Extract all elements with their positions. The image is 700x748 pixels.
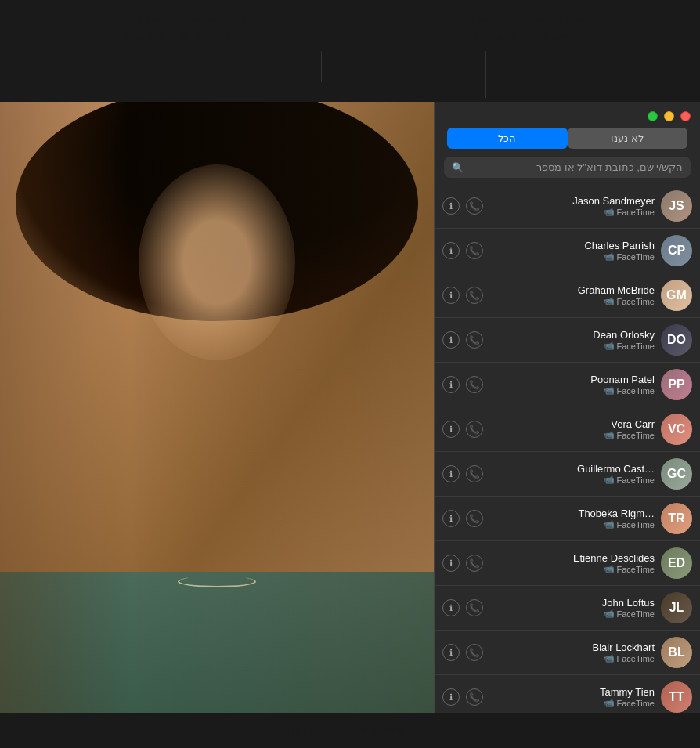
contact-type: 📹 FaceTime [489, 653, 655, 663]
tab-all[interactable]: הכל [447, 128, 568, 149]
contact-row[interactable]: ℹ 📞 Dean Orlosky 📹 FaceTime DO [435, 318, 700, 363]
tab-missed[interactable]: לא נענו [568, 128, 688, 149]
contact-row[interactable]: ℹ 📞 Jason Sandmeyer 📹 FaceTime JS [435, 184, 700, 229]
main-container: הכל לא נענו 🔍 הקש/י שם, כתובת דוא"ל או מ… [0, 102, 700, 713]
info-icon[interactable]: ℹ [442, 376, 460, 393]
close-button[interactable] [680, 111, 691, 121]
contact-type: 📹 FaceTime [489, 564, 655, 574]
contact-actions: ℹ 📞 [442, 331, 483, 349]
call-icon[interactable]: 📞 [466, 331, 483, 349]
contact-name: Tammy Tien [489, 686, 655, 698]
contact-row[interactable]: ℹ 📞 Blair Lockhart 📹 FaceTime BL [435, 631, 700, 675]
call-icon[interactable]: 📞 [466, 376, 483, 393]
call-icon[interactable]: 📞 [466, 510, 483, 527]
contact-row[interactable]: ℹ 📞 Tammy Tien 📹 FaceTime TT [435, 675, 700, 713]
contact-actions: ℹ 📞 [442, 688, 483, 706]
contact-name: Thobeka Rigm… [489, 508, 655, 519]
contact-row[interactable]: ℹ 📞 Guillermo Cast… 📹 FaceTime GC [435, 452, 700, 497]
contact-type: 📹 FaceTime [489, 251, 655, 262]
contact-row[interactable]: ℹ 📞 Charles Parrish 📹 FaceTime CP [435, 229, 700, 273]
annotation-right: הצג/י את יומן השיחות או את השיחות שלך של… [447, 8, 604, 45]
minimize-button[interactable] [664, 111, 674, 121]
contact-type: 📹 FaceTime [489, 341, 655, 351]
window-controls [435, 102, 700, 128]
annotation-left: חפש/י את יומן השיחות או הקש/י או הקשי פר… [97, 8, 254, 45]
call-icon[interactable]: 📞 [466, 465, 483, 482]
avatar: TT [661, 681, 692, 713]
contact-name: John Loftus [489, 597, 655, 609]
contact-type: 📹 FaceTime [489, 519, 655, 529]
avatar: JS [661, 190, 692, 222]
tab-bar: הכל לא נענו [435, 128, 700, 157]
contact-actions: ℹ 📞 [442, 510, 483, 527]
contact-type: 📹 FaceTime [489, 609, 655, 619]
contact-info: Charles Parrish 📹 FaceTime [489, 240, 655, 262]
info-icon[interactable]: ℹ [442, 465, 460, 482]
contact-name: Guillermo Cast… [489, 463, 655, 475]
contact-info: Thobeka Rigm… 📹 FaceTime [489, 508, 655, 529]
contact-info: Tammy Tien 📹 FaceTime [489, 686, 655, 708]
contact-actions: ℹ 📞 [442, 421, 483, 438]
search-input[interactable]: הקש/י שם, כתובת דוא"ל או מספר [468, 161, 683, 173]
avatar: GM [661, 280, 692, 311]
avatar: CP [661, 235, 692, 266]
contact-row[interactable]: ℹ 📞 John Loftus 📹 FaceTime JL [435, 586, 700, 631]
facetime-icon: 📹 [604, 653, 615, 663]
call-icon[interactable]: 📞 [466, 242, 483, 259]
contact-actions: ℹ 📞 [442, 287, 483, 304]
info-icon[interactable]: ℹ [442, 599, 460, 616]
maximize-button[interactable] [648, 111, 658, 121]
search-icon: 🔍 [452, 162, 464, 173]
search-bar[interactable]: 🔍 הקש/י שם, כתובת דוא"ל או מספר [444, 157, 691, 178]
info-icon[interactable]: ℹ [442, 331, 460, 349]
contact-row[interactable]: ℹ 📞 Vera Carr 📹 FaceTime VC [435, 407, 700, 452]
person-silhouette [0, 102, 434, 713]
contact-info: Jason Sandmeyer 📹 FaceTime [489, 195, 655, 217]
facetime-icon: 📹 [604, 430, 615, 440]
info-icon[interactable]: ℹ [442, 197, 460, 215]
info-icon[interactable]: ℹ [442, 510, 460, 527]
info-icon[interactable]: ℹ [442, 688, 460, 706]
contact-row[interactable]: ℹ 📞 Graham McBride 📹 FaceTime GM [435, 273, 700, 318]
info-icon[interactable]: ℹ [442, 644, 460, 661]
contact-info: Guillermo Cast… 📹 FaceTime [489, 463, 655, 485]
contact-actions: ℹ 📞 [442, 465, 483, 482]
call-icon[interactable]: 📞 [466, 555, 483, 572]
contact-type: 📹 FaceTime [489, 385, 655, 396]
contact-actions: ℹ 📞 [442, 555, 483, 572]
contact-name: Charles Parrish [489, 240, 655, 251]
contact-name: Jason Sandmeyer [489, 195, 655, 207]
info-icon[interactable]: ℹ [442, 421, 460, 438]
call-icon[interactable]: 📞 [466, 197, 483, 215]
sidebar: הכל לא נענו 🔍 הקש/י שם, כתובת דוא"ל או מ… [434, 102, 700, 713]
info-icon[interactable]: ℹ [442, 242, 460, 259]
contact-info: Graham McBride 📹 FaceTime [489, 284, 655, 306]
contact-name: Poonam Patel [489, 374, 655, 385]
avatar: VC [661, 414, 692, 445]
facetime-icon: 📹 [604, 341, 615, 351]
call-icon[interactable]: 📞 [466, 599, 483, 616]
facetime-icon: 📹 [604, 519, 615, 529]
facetime-icon: 📹 [604, 385, 615, 396]
avatar: JL [661, 592, 692, 623]
contact-name: Blair Lockhart [489, 641, 655, 653]
info-icon[interactable]: ℹ [442, 287, 460, 304]
bottom-annotation: רשימת השיחות האחרונות [0, 713, 700, 748]
contact-name: Graham McBride [489, 284, 655, 296]
call-icon[interactable]: 📞 [466, 421, 483, 438]
contact-row[interactable]: ℹ 📞 Thobeka Rigm… 📹 FaceTime TR [435, 497, 700, 541]
contact-name: Vera Carr [489, 418, 655, 430]
info-icon[interactable]: ℹ [442, 555, 460, 572]
call-icon[interactable]: 📞 [466, 644, 483, 661]
call-icon[interactable]: 📞 [466, 287, 483, 304]
call-icon[interactable]: 📞 [466, 688, 483, 706]
contact-actions: ℹ 📞 [442, 242, 483, 259]
contact-type: 📹 FaceTime [489, 430, 655, 440]
contact-info: Vera Carr 📹 FaceTime [489, 418, 655, 440]
avatar: ED [661, 547, 692, 579]
contact-info: Blair Lockhart 📹 FaceTime [489, 641, 655, 663]
avatar: TR [661, 503, 692, 534]
facetime-icon: 📹 [604, 698, 615, 708]
contact-row[interactable]: ℹ 📞 Etienne Desclides 📹 FaceTime ED [435, 541, 700, 586]
contact-row[interactable]: ℹ 📞 Poonam Patel 📹 FaceTime PP [435, 363, 700, 407]
